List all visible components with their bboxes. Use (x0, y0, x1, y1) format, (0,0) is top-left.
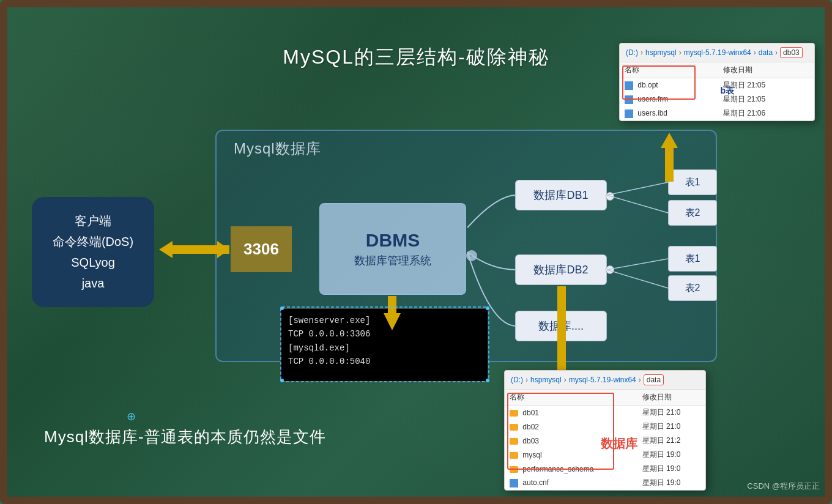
client-line2: 命令终端(DoS) (53, 232, 133, 251)
col-name-top: 名称 (620, 62, 718, 78)
folder-row-db01: db01 星期日 21:0 (505, 406, 705, 420)
terminal-box: [swenserver.exe] TCP 0.0.0.0:3306 [mysql… (280, 308, 488, 382)
file-row-usersibd: users.ibd 星期日 21:06 (620, 106, 814, 120)
b-label: b表 (720, 86, 734, 97)
dbms-minus-icon: − (466, 250, 477, 261)
blackboard: MySQL的三层结构-破除神秘 Mysql数据库 客户端 命令终端(DoS) S… (0, 0, 832, 504)
file-row-dbopt: db.opt 星期日 21:05 (620, 78, 814, 93)
term-line3: [mysqld.exe] (288, 341, 480, 355)
file-table-top: 名称 修改日期 db.opt 星期日 21:05 users.frm (620, 62, 814, 120)
col-name-bottom: 名称 (505, 390, 637, 406)
file-row-autocnf: auto.cnf 星期日 19:0 (505, 476, 705, 490)
bc-data: data (759, 48, 773, 57)
db2-table2: 表2 (668, 275, 717, 301)
bc-drive: (D:) (626, 48, 638, 57)
bc-bottom-hspmysql: hspmysql (530, 376, 562, 384)
client-box: 客户端 命令终端(DoS) SQLyog java (32, 197, 154, 307)
file-icon-dbopt (625, 81, 633, 90)
dbms-title: DBMS (366, 230, 420, 251)
term-line1: [swenserver.exe] (288, 314, 480, 327)
db2-label: 数据库DB2 (533, 262, 588, 277)
move-cursor-icon: ⊕ (127, 410, 136, 423)
bottom-subtitle: Mysql数据库-普通表的本质仍然是文件 (44, 426, 326, 448)
db2-table1: 表1 (668, 246, 717, 272)
folder-icon-db01 (510, 410, 518, 417)
folder-icon-db03 (510, 438, 518, 445)
file-icon-autocnf (510, 479, 518, 487)
db1-box: 数据库DB1 (515, 180, 607, 210)
col-date-top: 修改日期 (718, 62, 814, 78)
db2-dot (606, 265, 614, 274)
bc-bottom-data: data (644, 374, 664, 385)
file-icon-usersfrm (625, 95, 633, 104)
col-date-bottom: 修改日期 (637, 390, 705, 406)
port-label: 3306 (243, 240, 279, 259)
folder-icon-perf (510, 466, 518, 473)
db3-box: 数据库.... (515, 311, 607, 341)
folder-row-db02: db02 星期日 21:0 (505, 420, 705, 434)
db1-dot (606, 192, 614, 201)
file-explorer-bottom: (D:) › hspmysql › mysql-5.7.19-winx64 › … (504, 370, 706, 491)
term-line4: TCP 0.0.0.0:5040 (288, 355, 480, 368)
client-line4: java (82, 274, 105, 292)
file-icon-usersibd (625, 109, 633, 118)
bc-hspmysql: hspmysql (645, 48, 677, 57)
term-line2: TCP 0.0.0.0:3306 (288, 327, 480, 341)
folder-icon-db02 (510, 424, 518, 431)
dbms-box: DBMS 数据库管理系统 (319, 203, 466, 295)
file-explorer-top: (D:) › hspmysql › mysql-5.7.19-winx64 › … (619, 43, 815, 121)
db1-label: 数据库DB1 (533, 188, 588, 202)
watermark: CSDN @程序员正正 (747, 481, 820, 492)
db1-table1: 表1 (668, 169, 717, 195)
file-explorer-top-header: (D:) › hspmysql › mysql-5.7.19-winx64 › … (620, 43, 814, 62)
db1-table2: 表2 (668, 200, 717, 226)
db-label-bottom: 数据库 (601, 435, 637, 452)
bc-bottom-mysql: mysql-5.7.19-winx64 (569, 376, 636, 384)
file-row-usersfrm: users.frm 星期日 21:05 (620, 92, 814, 106)
arrow-left-head (159, 241, 173, 258)
db2-box: 数据库DB2 (515, 254, 607, 285)
client-line1: 客户端 (75, 212, 111, 230)
dbms-subtitle: 数据库管理系统 (354, 253, 431, 268)
port-box: 3306 (231, 226, 292, 272)
bc-bottom-drive: (D:) (511, 376, 523, 384)
db3-label: 数据库.... (538, 319, 584, 333)
folder-row-perf: performance_schema 星期日 19:0 (505, 462, 705, 476)
bc-mysql: mysql-5.7.19-winx64 (684, 48, 751, 57)
file-explorer-bottom-header: (D:) › hspmysql › mysql-5.7.19-winx64 › … (505, 371, 705, 390)
bc-db03: db03 (780, 47, 803, 58)
folder-icon-mysql (510, 452, 518, 459)
client-line3: SQLyog (71, 253, 115, 272)
